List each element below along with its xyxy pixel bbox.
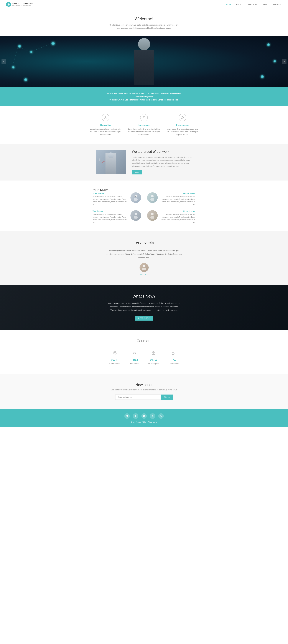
footer: Smart Connect © 2014 | Privacy policy bbox=[0, 409, 288, 428]
svg-point-23 bbox=[150, 198, 154, 201]
code-icon: </> bbox=[129, 350, 139, 356]
team-avatar-sam bbox=[147, 192, 158, 203]
teal-banner-text: Pellentesque blandit rutrum lacus vitae … bbox=[106, 92, 182, 102]
proud-more-button[interactable]: More bbox=[132, 170, 142, 174]
svg-point-21 bbox=[135, 196, 136, 197]
welcome-text: Ut tellentibus eget elementum vel curlef… bbox=[109, 24, 179, 30]
svg-point-30 bbox=[142, 268, 146, 270]
hero-next-button[interactable]: › bbox=[282, 60, 287, 64]
projects-number: 2154 bbox=[148, 358, 159, 362]
projects-label: No. of projects bbox=[148, 363, 159, 364]
logo-title: SMART CONNECT bbox=[12, 2, 34, 5]
testimonials-heading: Testimonials bbox=[3, 240, 285, 244]
rss-icon[interactable] bbox=[158, 413, 164, 419]
team-name-linda: Linda Hudson bbox=[160, 210, 195, 212]
team-avatar-erika bbox=[131, 192, 141, 203]
nav-blog[interactable]: BLOG bbox=[261, 3, 268, 6]
footer-copyright: Smart Connect © 2014 | Privacy policy bbox=[3, 421, 285, 423]
feature-development-title: Development bbox=[166, 124, 198, 126]
footer-social-icons bbox=[3, 413, 285, 419]
logo-text: SMART CONNECT COMMUNICATION CENTER bbox=[12, 2, 34, 6]
team-desc-sam: Praesent vestibulum molaise lacus. Aenea… bbox=[160, 195, 195, 206]
feature-networking-title: Networking bbox=[90, 124, 122, 126]
newsletter-form: Sign Up bbox=[115, 394, 173, 400]
feature-innovations-desc: Lorem ipsum dolor sit amet conisecte isi… bbox=[128, 128, 160, 136]
pinterest-icon[interactable] bbox=[141, 413, 147, 419]
team-name-erika: Erika Priston bbox=[93, 192, 128, 194]
svg-line-9 bbox=[105, 117, 105, 118]
team-desc-linda: Praesent vestibulum molaise lacus. Aenea… bbox=[160, 213, 195, 224]
projects-icon bbox=[148, 350, 159, 356]
innovations-icon bbox=[140, 114, 148, 122]
whats-new-text: Cras eu molestie orculm taecimas nisi. S… bbox=[106, 302, 182, 312]
code-label: Lines of code bbox=[129, 363, 139, 364]
svg-point-1 bbox=[8, 4, 9, 5]
testimonials-section: Testimonials "Pellentesque blandit rutru… bbox=[0, 231, 288, 285]
team-name-tom: Tom Reader bbox=[93, 210, 128, 212]
features-grid: Networking Lorem ipsum dolor sit amet co… bbox=[87, 114, 202, 136]
feature-development: Development Lorem ipsum dolor sit amet c… bbox=[163, 114, 201, 136]
svg-point-37 bbox=[160, 416, 160, 417]
read-more-button[interactable]: READ MORE bbox=[135, 316, 153, 320]
privacy-policy-link[interactable]: Privacy policy bbox=[148, 421, 157, 423]
svg-point-26 bbox=[151, 213, 154, 215]
nav-home[interactable]: HOME bbox=[225, 3, 232, 6]
clients-label: Clients served bbox=[109, 363, 120, 364]
svg-line-2 bbox=[18, 46, 30, 52]
team-inner: Our team Erika Priston Praesent vestibul… bbox=[87, 188, 202, 224]
team-avatar-linda bbox=[147, 210, 158, 221]
team-avatar-tom bbox=[131, 210, 141, 221]
testimonial-avatar bbox=[140, 263, 148, 272]
team-row-2: Tom Reader Praesent vestibulum molaise l… bbox=[93, 210, 195, 224]
logo-icon bbox=[6, 2, 11, 7]
teal-banner: Pellentesque blandit rutrum lacus vitae … bbox=[0, 87, 288, 106]
logo-subtitle: COMMUNICATION CENTER bbox=[12, 5, 34, 6]
team-desc-tom: Praesent vestibulum molaise lacus. Aenea… bbox=[93, 213, 128, 224]
whats-new-section: What's New? Cras eu molestie orculm taec… bbox=[0, 285, 288, 330]
counters-grid: 8465 Clients served </> 56841 Lines of c… bbox=[3, 350, 285, 364]
proud-section: ↑ ↗ We are proud of our work! Ut tellent… bbox=[0, 144, 288, 180]
feature-development-desc: Lorem ipsum dolor sit amet conisecte isi… bbox=[166, 128, 198, 136]
feature-innovations: Innovations Lorem ipsum dolor sit amet c… bbox=[125, 114, 163, 136]
proud-text: Ut tellentibus eget elementum vel curlef… bbox=[132, 156, 192, 168]
counter-code: </> 56841 Lines of code bbox=[129, 350, 139, 364]
nav-services[interactable]: SERVICES bbox=[247, 3, 258, 6]
logo: SMART CONNECT COMMUNICATION CENTER bbox=[6, 2, 34, 7]
svg-point-28 bbox=[152, 214, 153, 215]
counter-clients: 8465 Clients served bbox=[109, 350, 120, 364]
testimonial-name: Linda Green bbox=[3, 274, 285, 276]
proud-image: ↑ ↗ bbox=[96, 150, 126, 174]
newsletter-description: Sign up to get exclusive offers from our… bbox=[3, 389, 285, 391]
networking-icon bbox=[102, 114, 109, 122]
svg-point-16 bbox=[182, 117, 183, 118]
proud-heading: We are proud of our work! bbox=[132, 150, 192, 154]
team-member-erika: Erika Priston Praesent vestibulum molais… bbox=[93, 192, 141, 206]
nav-contact[interactable]: CONTACT bbox=[271, 3, 282, 6]
team-heading: Our team bbox=[93, 188, 195, 192]
welcome-heading: Welcome! bbox=[3, 16, 285, 21]
facebook-icon[interactable] bbox=[133, 413, 138, 419]
clients-icon bbox=[109, 350, 120, 356]
team-member-sam: Sam Kronstein Praesent vestibulum molais… bbox=[147, 192, 195, 206]
main-nav: HOME ABOUT SERVICES BLOG CONTACT bbox=[225, 3, 282, 6]
svg-point-24 bbox=[135, 213, 137, 215]
twitter-icon[interactable] bbox=[124, 413, 130, 419]
googleplus-icon[interactable] bbox=[150, 413, 155, 419]
newsletter-email-input[interactable] bbox=[115, 394, 161, 400]
hero-prev-button[interactable]: ‹ bbox=[1, 60, 6, 64]
features-section: Networking Lorem ipsum dolor sit amet co… bbox=[0, 106, 288, 144]
testimonial-quote: "Pellentesque blandit rutrum lacus vitae… bbox=[103, 249, 185, 259]
svg-point-7 bbox=[104, 118, 105, 119]
counter-coffee: 874 Cups of coffee bbox=[168, 350, 179, 364]
team-row-1: Erika Priston Praesent vestibulum molais… bbox=[93, 192, 195, 206]
coffee-icon bbox=[168, 350, 179, 356]
team-member-linda: Linda Hudson Praesent vestibulum molaise… bbox=[147, 210, 195, 224]
hero-person bbox=[132, 38, 156, 85]
feature-networking: Networking Lorem ipsum dolor sit amet co… bbox=[87, 114, 125, 136]
svg-point-20 bbox=[134, 198, 138, 201]
team-desc-erika: Praesent vestibulum molaise lacus. Aenea… bbox=[93, 195, 128, 206]
svg-point-25 bbox=[134, 216, 138, 218]
nav-about[interactable]: ABOUT bbox=[235, 3, 244, 6]
counters-heading: Counters bbox=[3, 339, 285, 343]
newsletter-signup-button[interactable]: Sign Up bbox=[161, 394, 173, 400]
